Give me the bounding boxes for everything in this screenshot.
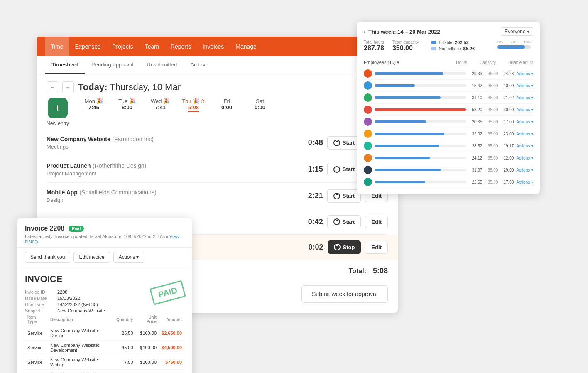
edit-button-4[interactable]: Edit [365, 241, 388, 254]
nav-manage[interactable]: Manage [230, 37, 262, 56]
day-sat[interactable]: Sat 0:00 [243, 98, 277, 110]
entry-actions: 0:42 Start Edit [300, 215, 388, 228]
employee-hours: 31.10 [469, 96, 482, 100]
start-button-1[interactable]: Start [327, 163, 361, 176]
subject-value: New Company Website [57, 308, 105, 313]
actions-link[interactable]: Actions ▾ [516, 120, 533, 124]
employee-billable: 21.02 [500, 96, 514, 100]
employee-hours: 31.07 [469, 168, 482, 172]
nav-projects[interactable]: Projects [106, 37, 139, 56]
employee-hours: 29.33 [469, 71, 482, 76]
subnav-pending[interactable]: Pending approval [85, 56, 140, 74]
entry-row: Mobile App (Spitalfields Communications)… [47, 183, 388, 209]
entry-client: (Farringdon Inc) [112, 136, 154, 142]
total-value: 5:08 [373, 267, 388, 275]
employee-billable: 12.00 [500, 156, 514, 160]
invoice-table: Item Type Description Quantity Unit Pric… [25, 313, 184, 373]
stop-button[interactable]: Stop [328, 240, 361, 254]
day-mon-name: Mon 🎉 [85, 98, 103, 104]
employee-hours: 24.12 [469, 156, 482, 160]
employee-capacity: 35.00 [485, 168, 498, 172]
start-button-2[interactable]: Start [327, 189, 361, 203]
inv-qty: 7.50 [114, 355, 136, 370]
invoice-header: Invoice 2208 Paid Latest activity: Invoi… [17, 218, 192, 248]
stat-team-capacity-label: Team capacity [392, 40, 419, 44]
inv-qty: 12.00 [114, 370, 136, 373]
submit-week-button[interactable]: Submit week for approval [301, 285, 388, 303]
subnav-unsubmitted[interactable]: Unsubmitted [140, 56, 184, 74]
capacity-bar-bg [375, 84, 466, 87]
entry-client: (Rotherhithe Design) [93, 162, 146, 169]
send-thankyou-button[interactable]: Send thank you [25, 252, 70, 263]
entry-time: 2:21 [300, 191, 323, 200]
employees-dropdown[interactable]: Employees (10) ▾ [364, 60, 399, 65]
day-thu[interactable]: Thu 🎉 ⏱ 5:08 [177, 98, 210, 112]
employee-hours: 22.65 [469, 180, 482, 184]
inv-price: $100.00 [136, 326, 159, 341]
entry-actions: 0:02 Stop Edit [301, 240, 388, 254]
avatar [364, 106, 372, 114]
reports-everyone-dropdown[interactable]: Everyone ▾ [501, 27, 533, 36]
nav-reports[interactable]: Reports [165, 37, 197, 56]
prev-week-button[interactable]: ← [47, 81, 58, 93]
issue-date-value: 15/03/2022 [57, 296, 80, 301]
inv-type: Service [25, 341, 48, 355]
inv-amount: $750.00 [159, 355, 184, 370]
nav-time[interactable]: Time [45, 37, 69, 56]
actions-link[interactable]: Actions ▾ [516, 144, 533, 148]
col-amount: Amount [159, 313, 184, 326]
employee-row: 32.02 35.00 23.00 Actions ▾ [364, 128, 533, 140]
entry-client: (Spitalfields Communications) [79, 189, 156, 196]
employee-billable: 10.00 [500, 83, 514, 88]
actions-link[interactable]: Actions ▾ [516, 96, 533, 100]
edit-button-3[interactable]: Edit [365, 216, 388, 228]
subnav-archive[interactable]: Archive [184, 56, 215, 74]
employee-row: 31.10 35.00 21.02 Actions ▾ [364, 92, 533, 104]
entry-task: Project Management [47, 170, 300, 177]
actions-link[interactable]: Actions ▾ [516, 71, 533, 76]
capacity-bar-bg [375, 108, 466, 111]
actions-link[interactable]: Actions ▾ [516, 180, 533, 184]
invoice-body: INVOICE Invoice ID 2208 Issue Date 15/03… [17, 267, 192, 373]
new-entry-button[interactable]: + New entry [47, 98, 69, 126]
clock-icon [333, 193, 340, 199]
nav-invoices[interactable]: Invoices [197, 37, 230, 56]
inv-qty: 45.00 [114, 341, 136, 355]
employee-capacity: 35.00 [485, 180, 498, 184]
avatar [364, 81, 372, 90]
invoice-panel: Invoice 2208 Paid Latest activity: Invoi… [17, 218, 192, 373]
day-wed[interactable]: Wed 🎉 7:41 [144, 98, 177, 110]
current-date: Today: Thursday, 10 Mar [78, 82, 181, 93]
subnav-timesheet[interactable]: Timesheet [45, 56, 85, 74]
capacity-bar-fill [375, 169, 441, 171]
employee-capacity: 35.00 [485, 144, 498, 148]
employee-hours: 28.52 [469, 144, 482, 148]
start-button-0[interactable]: Start [327, 136, 361, 150]
avatar [364, 154, 372, 162]
next-week-button[interactable]: → [62, 81, 74, 93]
nav-expenses[interactable]: Expenses [69, 37, 106, 56]
edit-invoice-button[interactable]: Edit invoice [74, 252, 110, 263]
actions-link[interactable]: Actions ▾ [516, 108, 533, 112]
col-description: Description [48, 313, 114, 326]
col-billable: Billable hours [508, 60, 533, 65]
employee-capacity: 35.00 [485, 156, 498, 160]
day-tue[interactable]: Tue 🎉 8:00 [110, 98, 144, 110]
employee-row: 15.42 35.00 10.00 Actions ▾ [364, 80, 533, 92]
actions-link[interactable]: Actions ▾ [516, 168, 533, 172]
employee-billable: 19.17 [500, 144, 514, 148]
day-mon[interactable]: Mon 🎉 7:45 [77, 98, 110, 110]
day-thu-hours: 5:08 [188, 104, 199, 112]
start-button-3[interactable]: Start [327, 215, 361, 228]
employee-capacity: 35.00 [485, 71, 498, 76]
employee-billable: 17.00 [500, 180, 514, 184]
employee-hours: 53.20 [469, 108, 482, 112]
actions-dropdown-button[interactable]: Actions ▾ [113, 252, 145, 263]
actions-link[interactable]: Actions ▾ [516, 156, 533, 160]
actions-link[interactable]: Actions ▾ [516, 83, 533, 88]
day-fri[interactable]: Fri 0:00 [210, 98, 243, 110]
billable-value: 202.52 [455, 40, 469, 45]
employee-row: 22.65 35.00 17.00 Actions ▾ [364, 176, 533, 188]
nav-team[interactable]: Team [139, 37, 165, 56]
actions-link[interactable]: Actions ▾ [516, 132, 533, 136]
